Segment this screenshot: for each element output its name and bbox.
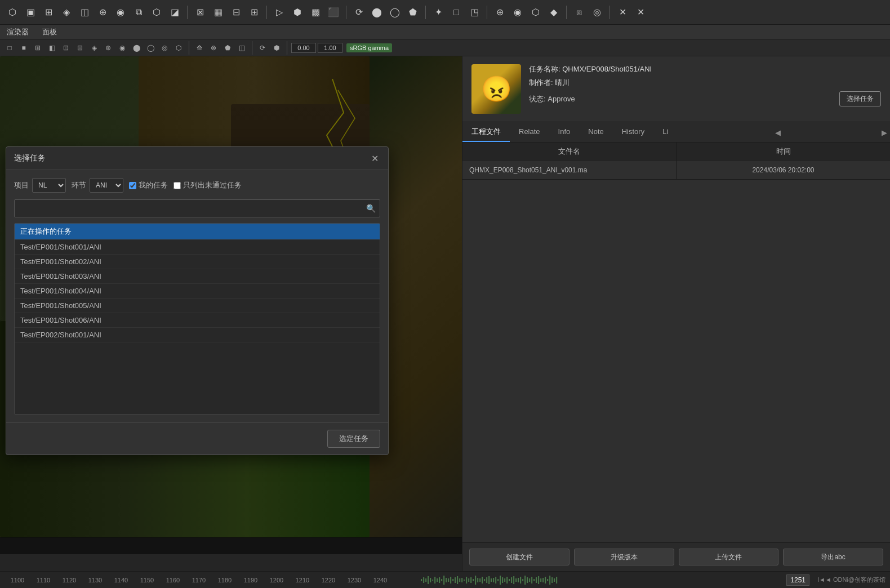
tab-info[interactable]: Info	[549, 122, 580, 142]
tab-project-files[interactable]: 工程文件	[462, 122, 510, 142]
toolbar-icon-18[interactable]: ⬛	[326, 5, 341, 20]
task-list-item[interactable]: Test/EP001/Shot004/ANI	[15, 284, 380, 299]
menu-panel[interactable]: 面板	[40, 26, 59, 38]
toolbar-icon-32[interactable]: ✕	[615, 5, 630, 20]
svg-rect-55	[540, 578, 541, 582]
sec-icon-9[interactable]: ◉	[116, 42, 128, 54]
sec-icon-6[interactable]: ⊟	[74, 42, 86, 54]
task-list-item[interactable]: Test/EP002/Shot001/ANI	[15, 328, 380, 342]
unapproved-checkbox[interactable]	[173, 182, 181, 189]
toolbar-icon-22[interactable]: ⬟	[405, 5, 421, 20]
separator-s2	[252, 41, 252, 55]
project-select[interactable]: NL	[32, 178, 66, 193]
toolbar-icon-3[interactable]: ⊞	[41, 5, 56, 20]
create-file-button[interactable]: 创建文件	[469, 549, 569, 565]
th-time: 时间	[677, 142, 890, 160]
svg-rect-18	[457, 576, 458, 584]
unapproved-label[interactable]: 只列出未通过任务	[183, 180, 242, 190]
toolbar-icon-2[interactable]: ▣	[23, 5, 38, 20]
upload-file-button[interactable]: 上传文件	[679, 549, 779, 565]
svg-rect-15	[450, 577, 451, 583]
my-task-label[interactable]: 我的任务	[139, 180, 168, 190]
toolbar-icon-9[interactable]: ⬡	[149, 5, 164, 20]
toolbar-icon-20[interactable]: ⬤	[369, 5, 385, 20]
toolbar-icon-25[interactable]: ◳	[466, 5, 482, 20]
tab-scroll-left[interactable]: ◀	[772, 122, 784, 142]
sec-icon-11[interactable]: ◯	[144, 42, 157, 54]
toolbar-icon-15[interactable]: ▷	[272, 5, 287, 20]
gamma-val2[interactable]	[318, 43, 342, 53]
confirm-task-button[interactable]: 选定任务	[327, 430, 380, 448]
tab-li[interactable]: Li	[653, 122, 677, 142]
toolbar-icon-16[interactable]: ⬢	[290, 5, 305, 20]
toolbar-icon-6[interactable]: ⊕	[95, 5, 110, 20]
task-list-item[interactable]: Test/EP001/Shot006/ANI	[15, 313, 380, 328]
sec-icon-5[interactable]: ⊡	[60, 42, 72, 54]
toolbar-icon-30[interactable]: ⧇	[571, 5, 587, 20]
search-icon[interactable]: 🔍	[366, 204, 376, 213]
toolbar-icon-19[interactable]: ⟳	[351, 5, 367, 20]
task-list-item[interactable]: Test/EP001/Shot003/ANI	[15, 269, 380, 284]
tab-scroll-right[interactable]: ▶	[879, 122, 890, 142]
toolbar-icon-26[interactable]: ⊕	[492, 5, 508, 20]
toolbar-icon-13[interactable]: ⊟	[228, 5, 244, 20]
table-row[interactable]: QHMX_EP008_Shot051_ANI_v001.ma 2024/03/0…	[462, 161, 890, 180]
sec-icon-7[interactable]: ◈	[88, 42, 100, 54]
dialog-close-button[interactable]: ✕	[369, 153, 380, 164]
sec-icon-13[interactable]: ⬡	[172, 42, 185, 54]
sec-icon-15[interactable]: ⊗	[207, 42, 220, 54]
dialog-overlay: 选择任务 ✕ 项目 NL 环节	[0, 56, 462, 554]
toolbar-icon-27[interactable]: ◉	[510, 5, 526, 20]
sec-icon-16[interactable]: ⬟	[221, 42, 234, 54]
sec-icon-10[interactable]: ⬤	[130, 42, 143, 54]
toolbar-icon-21[interactable]: ◯	[387, 5, 403, 20]
sec-icon-8[interactable]: ⊕	[102, 42, 114, 54]
sec-icon-17[interactable]: ◫	[235, 42, 248, 54]
toolbar-icon-31[interactable]: ◎	[589, 5, 605, 20]
task-list[interactable]: 正在操作的任务 Test/EP001/Shot001/ANI Test/EP00…	[14, 223, 380, 415]
toolbar-icon-23[interactable]: ✦	[430, 5, 446, 20]
sec-icon-1[interactable]: □	[3, 42, 16, 54]
svg-rect-59	[549, 576, 550, 585]
toolbar-icon-7[interactable]: ◉	[113, 5, 128, 20]
task-list-item[interactable]: Test/EP001/Shot001/ANI	[15, 240, 380, 255]
tab-note[interactable]: Note	[579, 122, 612, 142]
section-select[interactable]: ANI	[90, 178, 123, 193]
sec-icon-18[interactable]: ⟳	[256, 42, 269, 54]
upgrade-version-button[interactable]: 升级版本	[574, 549, 674, 565]
sec-icon-14[interactable]: ⟰	[193, 42, 206, 54]
toolbar-icon-1[interactable]: ⬡	[5, 5, 20, 20]
toolbar-icon-14[interactable]: ⊞	[246, 5, 262, 20]
sec-icon-3[interactable]: ⊞	[32, 42, 44, 54]
task-list-item[interactable]: Test/EP001/Shot005/ANI	[15, 299, 380, 313]
toolbar-icon-28[interactable]: ⬡	[528, 5, 544, 20]
gamma-val1[interactable]	[291, 43, 316, 53]
export-abc-button[interactable]: 导出abc	[783, 549, 883, 565]
sec-icon-2[interactable]: ■	[17, 42, 30, 54]
toolbar-icon-4[interactable]: ◈	[59, 5, 74, 20]
sec-icon-19[interactable]: ⬢	[270, 42, 283, 54]
toolbar-icon-24[interactable]: □	[448, 5, 464, 20]
svg-rect-28	[479, 578, 480, 582]
toolbar-icon-5[interactable]: ◫	[77, 5, 92, 20]
svg-rect-62	[556, 577, 557, 583]
sec-icon-4[interactable]: ◧	[46, 42, 58, 54]
task-list-item[interactable]: Test/EP001/Shot002/ANI	[15, 255, 380, 269]
menu-renderer[interactable]: 渲染器	[5, 26, 31, 38]
frame-num-7: 1170	[186, 577, 212, 583]
frame-counter[interactable]: 1251	[786, 574, 809, 586]
task-list-item[interactable]: 正在操作的任务	[15, 224, 380, 240]
toolbar-icon-17[interactable]: ▩	[308, 5, 323, 20]
toolbar-icon-12[interactable]: ▦	[210, 5, 226, 20]
toolbar-icon-11[interactable]: ⊠	[192, 5, 208, 20]
toolbar-icon-33[interactable]: ✕	[633, 5, 648, 20]
search-input[interactable]	[14, 199, 380, 217]
toolbar-icon-10[interactable]: ◪	[167, 5, 183, 20]
select-task-header-button[interactable]: 选择任务	[839, 91, 881, 106]
sec-icon-12[interactable]: ◎	[158, 42, 171, 54]
tab-relate[interactable]: Relate	[510, 122, 549, 142]
tab-history[interactable]: History	[613, 122, 653, 142]
toolbar-icon-8[interactable]: ⧉	[131, 5, 146, 20]
toolbar-icon-29[interactable]: ◆	[546, 5, 562, 20]
my-task-checkbox[interactable]	[129, 182, 136, 189]
